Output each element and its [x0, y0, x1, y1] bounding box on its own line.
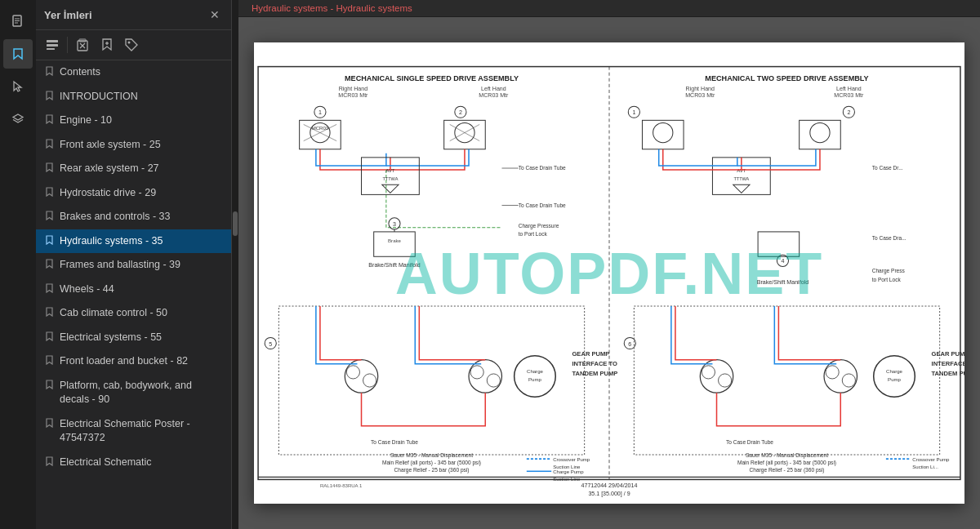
svg-text:To Case Dra...: To Case Dra...: [872, 235, 906, 241]
bookmark-panel-icon[interactable]: [3, 39, 33, 69]
bookmark-icon: [46, 187, 53, 200]
svg-text:Sauer M35 - Manual Displacemen: Sauer M35 - Manual Displacement: [390, 452, 473, 459]
bookmark-icon: [46, 283, 53, 296]
svg-text:Pump: Pump: [528, 377, 541, 382]
svg-text:Brake/Shift Manifold: Brake/Shift Manifold: [757, 279, 808, 286]
svg-text:Left Hand: Left Hand: [836, 86, 862, 92]
sidebar-item-electrical[interactable]: Electrical systems - 55: [36, 326, 231, 350]
svg-text:TANDEM PUMP: TANDEM PUMP: [572, 370, 617, 377]
svg-text:47712044 29/04/2014: 47712044 29/04/2014: [581, 482, 638, 489]
sidebar-item-label: Electrical Schematic: [60, 456, 223, 470]
sidebar-item-introduction[interactable]: INTRODUCTION: [36, 85, 231, 109]
add-bookmark-button[interactable]: [96, 33, 118, 56]
svg-text:Right Hand: Right Hand: [339, 86, 368, 92]
bookmark-list: Contents INTRODUCTION Engine - 10 Fron: [36, 60, 231, 529]
svg-rect-6: [47, 48, 55, 50]
svg-text:Brake: Brake: [388, 238, 401, 243]
cursor-tool-icon[interactable]: [3, 72, 33, 101]
svg-text:MCR03 Mtr: MCR03 Mtr: [338, 92, 368, 99]
svg-text:MECHANICAL SINGLE SPEED DRIVE : MECHANICAL SINGLE SPEED DRIVE ASSEMBLY: [345, 74, 519, 82]
document-nav-icon[interactable]: [3, 7, 33, 36]
toolbar-separator: [67, 37, 68, 53]
sidebar-item-front-loader[interactable]: Front loader and bucket - 82: [36, 349, 231, 374]
bookmark-icon: [46, 259, 53, 272]
svg-text:Main Relief (all ports) - 345 : Main Relief (all ports) - 345 bar (5000 …: [382, 460, 481, 466]
close-button[interactable]: ✕: [207, 7, 223, 23]
sidebar-item-label: Hydrostatic drive - 29: [60, 186, 223, 201]
svg-text:Charge Pump: Charge Pump: [553, 469, 584, 474]
schematic-svg: MECHANICAL SINGLE SPEED DRIVE ASSEMBLY R…: [254, 42, 964, 504]
breadcrumb-text: Hydraulic systems - Hydraulic systems: [252, 3, 412, 13]
sidebar-item-label: Engine - 10: [60, 113, 223, 128]
svg-text:Main Relief (all ports) - 345 : Main Relief (all ports) - 345 bar (5000 …: [737, 460, 836, 466]
svg-text:Suction Li...: Suction Li...: [912, 465, 938, 469]
svg-text:TANDEM PUMP: TANDEM PUMP: [932, 370, 964, 377]
sidebar-item-wheels[interactable]: Wheels - 44: [36, 278, 231, 302]
sidebar-item-label: Electrical Schematic Poster - 47547372: [60, 417, 223, 446]
svg-rect-5: [47, 44, 58, 47]
svg-text:MCR03 Mtr: MCR03 Mtr: [685, 92, 715, 99]
svg-text:To Case Drain Tube: To Case Drain Tube: [371, 439, 418, 445]
svg-text:To Case Drain Tube: To Case Drain Tube: [519, 202, 566, 208]
sidebar-item-label: Electrical systems - 55: [60, 331, 223, 345]
svg-text:Charge Pressure: Charge Pressure: [519, 223, 559, 229]
svg-text:MCR03 Mtr: MCR03 Mtr: [834, 92, 864, 99]
bookmark-icon: [46, 211, 53, 224]
svg-text:INTERFACE TO: INTERFACE TO: [932, 360, 964, 367]
svg-text:1: 1: [632, 109, 635, 116]
delete-bookmark-button[interactable]: [71, 33, 94, 56]
sidebar-scrollbar[interactable]: [232, 0, 238, 529]
sidebar-item-label: Platform, cab, bodywork, and decals - 90: [60, 379, 223, 407]
sidebar-item-elec-schematic[interactable]: Electrical Schematic: [36, 451, 231, 475]
sidebar-item-label: Cab climate control - 50: [60, 306, 223, 321]
scrollbar-thumb[interactable]: [233, 211, 238, 236]
svg-point-13: [128, 42, 131, 44]
layers-icon[interactable]: [3, 104, 33, 134]
bookmark-icon: [46, 235, 53, 248]
svg-text:2: 2: [459, 109, 462, 116]
svg-text:GEAR PUMP: GEAR PUMP: [932, 350, 964, 358]
sidebar-title: Yer İmleri: [44, 9, 92, 21]
svg-text:MCR03 Mtr: MCR03 Mtr: [479, 92, 509, 99]
sidebar-item-label: Frames and ballasting - 39: [60, 258, 223, 273]
sidebar-item-front-axle[interactable]: Front axle system - 25: [36, 133, 231, 158]
sidebar-item-contents[interactable]: Contents: [36, 60, 231, 85]
bookmark-icon: [46, 91, 53, 104]
svg-text:Charge Press: Charge Press: [872, 269, 906, 275]
sidebar-item-rear-axle[interactable]: Rear axle system - 27: [36, 157, 231, 181]
svg-text:TTTWA: TTTWA: [733, 176, 749, 181]
svg-text:35.1 [35.000] / 9: 35.1 [35.000] / 9: [588, 491, 630, 497]
svg-text:Brake/Shift Manifold: Brake/Shift Manifold: [368, 262, 420, 269]
svg-text:Crossover Pump: Crossover Pump: [553, 457, 590, 462]
bookmark-icon: [46, 162, 53, 176]
pdf-viewer[interactable]: AUTOPDF.NET MECHANICAL SINGLE SPEED DRIV…: [238, 17, 980, 529]
sidebar-item-elec-schematic-poster[interactable]: Electrical Schematic Poster - 47547372: [36, 412, 231, 451]
svg-text:Charge: Charge: [527, 369, 543, 374]
sidebar-item-platform[interactable]: Platform, cab, bodywork, and decals - 90: [36, 374, 231, 412]
sidebar-toolbar: [36, 30, 231, 60]
svg-text:AVT: AVT: [385, 168, 395, 173]
bookmark-icon: [46, 456, 53, 469]
sidebar-item-cab-climate[interactable]: Cab climate control - 50: [36, 301, 231, 326]
sidebar-item-brakes[interactable]: Brakes and controls - 33: [36, 205, 231, 229]
svg-text:MCR03: MCR03: [312, 126, 329, 131]
tag-button[interactable]: [120, 33, 143, 56]
sidebar-item-hydrostatic[interactable]: Hydrostatic drive - 29: [36, 181, 231, 206]
expand-all-button[interactable]: [41, 33, 64, 56]
svg-text:Pump: Pump: [888, 377, 901, 382]
sidebar-item-engine[interactable]: Engine - 10: [36, 109, 231, 133]
sidebar-item-label: Front loader and bucket - 82: [60, 354, 223, 369]
sidebar: Yer İmleri ✕: [36, 0, 232, 529]
svg-rect-14: [258, 67, 960, 480]
svg-text:4: 4: [781, 258, 784, 264]
sidebar-item-hydraulic[interactable]: Hydraulic systems - 35: [36, 229, 231, 254]
bookmark-icon: [46, 355, 53, 368]
sidebar-item-label: Hydraulic systems - 35: [60, 234, 223, 249]
svg-text:to Port Lock: to Port Lock: [872, 277, 902, 282]
sidebar-item-frames[interactable]: Frames and ballasting - 39: [36, 253, 231, 278]
svg-text:to Port Lock: to Port Lock: [519, 231, 548, 237]
svg-text:Charge Relief - 25 bar (360 ps: Charge Relief - 25 bar (360 psi): [750, 467, 825, 473]
bookmark-icon: [46, 418, 53, 431]
sidebar-header: Yer İmleri ✕: [36, 0, 231, 30]
bookmark-icon: [46, 331, 53, 345]
